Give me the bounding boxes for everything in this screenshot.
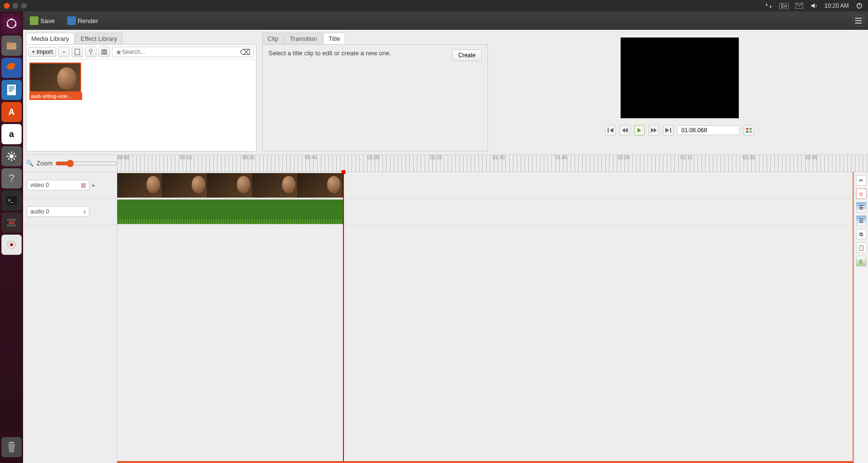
video-frame [253,173,298,198]
video-frame [298,173,343,198]
ruler-mark: 01:15 [430,155,442,160]
tab-media-library[interactable]: Media Library [26,33,74,44]
launcher-dash[interactable] [1,13,22,34]
launcher-terminal[interactable]: >_ [1,190,22,211]
remove-button[interactable]: − [58,47,70,57]
launcher-help[interactable]: ? [1,168,22,188]
play-button[interactable] [634,125,645,136]
playhead[interactable] [343,172,344,463]
window-minimize-button[interactable] [12,3,18,9]
time-ruler[interactable]: 00:0000:1500:3000:4501:0001:1501:3001:45… [117,155,868,172]
svg-point-13 [10,154,13,158]
launcher-files[interactable] [1,36,22,56]
audio-icon: ♪ [83,208,86,215]
preview-panel [494,33,865,151]
preview-mode-button[interactable] [744,125,754,136]
delete-button[interactable]: ⦸ [856,188,867,199]
keyboard-indicator[interactable]: En [779,3,789,9]
ruler-mark: 01:00 [367,155,379,160]
title-editor-body: Select a title clip to edit or create a … [262,44,488,151]
svg-rect-10 [9,87,14,88]
launcher-trash[interactable] [1,437,22,457]
svg-rect-33 [749,131,752,133]
group-button[interactable]: ☰ [856,202,867,213]
tab-title[interactable]: Title [323,33,345,44]
audio-track[interactable] [117,199,868,225]
tab-effect-library[interactable]: Effect Library [75,33,122,44]
svg-rect-29 [670,128,671,133]
timeline-scrollbar[interactable] [117,461,854,463]
preview-canvas[interactable] [621,38,739,118]
svg-rect-7 [7,42,11,44]
save-button[interactable]: Save [27,15,58,26]
video-track-label: video 0 [30,182,49,188]
clip-props-button[interactable] [72,47,83,57]
clock[interactable]: 10:20 AM [824,2,849,9]
video-track[interactable] [117,172,868,199]
menu-button[interactable] [853,15,864,26]
search-input[interactable] [122,49,240,55]
split-button[interactable]: ⎌ [856,256,867,266]
tab-clip[interactable]: Clip [262,33,283,44]
svg-point-4 [14,25,16,26]
svg-rect-6 [7,43,16,50]
list-view-button[interactable] [98,47,110,57]
svg-point-5 [7,25,9,26]
create-title-button[interactable]: Create [452,50,482,61]
video-clip[interactable] [117,173,343,198]
rewind-button[interactable] [620,125,630,136]
render-button[interactable]: Render [64,15,101,26]
goto-end-button[interactable] [663,125,673,136]
tab-transition[interactable]: Transition [284,33,322,44]
launcher-video-editor[interactable] [1,213,22,233]
goto-start-button[interactable] [605,125,616,136]
ungroup-button[interactable]: ☰ [856,215,867,226]
svg-text:>_: >_ [8,198,13,203]
svg-rect-22 [9,442,14,443]
cut-button[interactable]: ✂ [856,175,867,186]
media-clip[interactable]: aadi-sitting-vide… [29,63,82,100]
search-field[interactable]: ★ ⌫ [112,47,254,57]
zoom-slider[interactable] [55,160,117,167]
audio-clip[interactable] [117,200,343,224]
window-close-button[interactable] [4,3,10,9]
timecode-field[interactable] [677,125,740,135]
network-icon[interactable] [765,2,772,10]
launcher-firefox[interactable] [1,58,22,78]
render-icon [67,16,76,25]
plus-icon: + [32,49,35,55]
window-controls [0,3,27,9]
paste-button[interactable]: 📋 [856,242,867,253]
audio-track-header: audio 0 ♪ [23,199,117,225]
video-track-label-box[interactable]: video 0 ▦ [27,180,89,190]
ruler-mark: 00:45 [305,155,317,160]
window-maximize-button[interactable] [21,3,27,9]
video-frame [208,173,253,198]
copy-button[interactable]: ⧉ [856,229,867,239]
save-label: Save [40,17,55,25]
launcher-software-center[interactable]: A [1,102,22,122]
audio-track-label-box[interactable]: audio 0 ♪ [27,206,89,217]
zoom-control: 🔍 Zoom [23,160,117,167]
forward-button[interactable] [648,125,659,136]
ruler-mark: 02:30 [743,155,755,160]
launcher-settings[interactable] [1,146,22,166]
volume-icon[interactable] [810,2,818,10]
clear-search-icon[interactable]: ⌫ [240,48,251,57]
playhead-handle[interactable] [342,170,345,174]
launcher-writer[interactable] [1,80,22,100]
tracks-area[interactable] [117,172,868,463]
expand-icon[interactable]: ▸ [92,182,95,188]
play-icon [637,128,641,133]
mail-icon[interactable] [795,2,803,10]
launcher-recorder[interactable] [1,235,22,255]
props-tabs: Clip Transition Title [262,33,488,44]
create-label: Create [458,52,476,59]
launcher-amazon[interactable]: a [1,124,22,144]
media-panel: Media Library Effect Library + Import − … [26,33,257,151]
import-button[interactable]: + Import [28,47,56,57]
ruler-mark: 02:00 [618,155,630,160]
power-icon[interactable] [856,2,863,10]
insert-button[interactable] [85,47,97,57]
svg-point-24 [89,49,92,52]
